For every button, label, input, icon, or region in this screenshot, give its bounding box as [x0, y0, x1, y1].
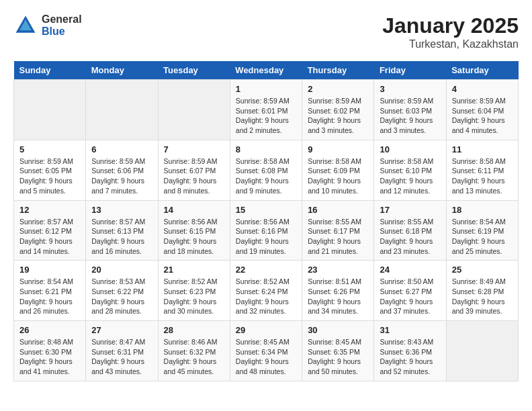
day-cell: 1Sunrise: 8:59 AMSunset: 6:01 PMDaylight…: [230, 80, 302, 140]
day-cell: 11Sunrise: 8:58 AMSunset: 6:11 PMDayligh…: [446, 140, 518, 200]
day-cell: 31Sunrise: 8:43 AMSunset: 6:36 PMDayligh…: [374, 321, 446, 381]
day-cell: 7Sunrise: 8:59 AMSunset: 6:07 PMDaylight…: [158, 140, 230, 200]
page-header: General Blue January 2025 Turkestan, Kaz…: [13, 13, 519, 50]
day-number: 29: [236, 325, 296, 335]
day-info: Sunrise: 8:45 AMSunset: 6:34 PMDaylight:…: [236, 337, 296, 377]
day-number: 6: [91, 144, 152, 154]
day-cell: 2Sunrise: 8:59 AMSunset: 6:02 PMDaylight…: [302, 80, 374, 140]
day-cell: 25Sunrise: 8:49 AMSunset: 6:28 PMDayligh…: [446, 261, 518, 321]
day-info: Sunrise: 8:59 AMSunset: 6:05 PMDaylight:…: [19, 156, 80, 196]
week-row-1: 5Sunrise: 8:59 AMSunset: 6:05 PMDaylight…: [14, 140, 519, 200]
day-cell: 22Sunrise: 8:52 AMSunset: 6:24 PMDayligh…: [230, 261, 302, 321]
day-info: Sunrise: 8:46 AMSunset: 6:32 PMDaylight:…: [164, 337, 224, 377]
page-title: January 2025: [382, 13, 519, 38]
day-info: Sunrise: 8:58 AMSunset: 6:09 PMDaylight:…: [308, 156, 368, 196]
day-number: 23: [308, 265, 368, 275]
day-info: Sunrise: 8:52 AMSunset: 6:24 PMDaylight:…: [236, 277, 296, 316]
day-cell: 19Sunrise: 8:54 AMSunset: 6:21 PMDayligh…: [14, 261, 86, 321]
logo: General Blue: [13, 13, 82, 38]
day-info: Sunrise: 8:57 AMSunset: 6:13 PMDaylight:…: [91, 217, 152, 257]
calendar-table: SundayMondayTuesdayWednesdayThursdayFrid…: [13, 61, 519, 381]
header-row: SundayMondayTuesdayWednesdayThursdayFrid…: [14, 61, 519, 80]
day-number: 5: [19, 144, 80, 154]
header-cell-saturday: Saturday: [446, 61, 518, 80]
header-cell-tuesday: Tuesday: [158, 61, 230, 80]
day-info: Sunrise: 8:58 AMSunset: 6:10 PMDaylight:…: [380, 156, 440, 196]
header-cell-thursday: Thursday: [302, 61, 374, 80]
day-number: 10: [380, 144, 440, 154]
day-info: Sunrise: 8:59 AMSunset: 6:06 PMDaylight:…: [91, 156, 152, 196]
day-info: Sunrise: 8:59 AMSunset: 6:04 PMDaylight:…: [452, 96, 513, 136]
week-row-4: 26Sunrise: 8:48 AMSunset: 6:30 PMDayligh…: [14, 321, 519, 381]
day-info: Sunrise: 8:54 AMSunset: 6:19 PMDaylight:…: [452, 217, 513, 257]
day-info: Sunrise: 8:48 AMSunset: 6:30 PMDaylight:…: [19, 337, 80, 377]
day-info: Sunrise: 8:58 AMSunset: 6:11 PMDaylight:…: [452, 156, 513, 196]
week-row-3: 19Sunrise: 8:54 AMSunset: 6:21 PMDayligh…: [14, 261, 519, 321]
day-info: Sunrise: 8:59 AMSunset: 6:03 PMDaylight:…: [380, 96, 440, 136]
day-number: 1: [236, 84, 296, 94]
week-row-0: 1Sunrise: 8:59 AMSunset: 6:01 PMDaylight…: [14, 80, 519, 140]
day-info: Sunrise: 8:59 AMSunset: 6:01 PMDaylight:…: [236, 96, 296, 136]
day-cell: 24Sunrise: 8:50 AMSunset: 6:27 PMDayligh…: [374, 261, 446, 321]
day-info: Sunrise: 8:45 AMSunset: 6:35 PMDaylight:…: [308, 337, 368, 377]
day-info: Sunrise: 8:58 AMSunset: 6:08 PMDaylight:…: [236, 156, 296, 196]
day-number: 21: [164, 265, 224, 275]
day-cell: 13Sunrise: 8:57 AMSunset: 6:13 PMDayligh…: [86, 200, 158, 261]
day-number: 14: [164, 205, 224, 215]
day-cell: 20Sunrise: 8:53 AMSunset: 6:22 PMDayligh…: [86, 261, 158, 321]
day-cell: 15Sunrise: 8:56 AMSunset: 6:16 PMDayligh…: [230, 200, 302, 261]
calendar-header: SundayMondayTuesdayWednesdayThursdayFrid…: [14, 61, 519, 80]
day-cell: [14, 80, 86, 140]
day-info: Sunrise: 8:59 AMSunset: 6:07 PMDaylight:…: [164, 156, 224, 196]
day-cell: 14Sunrise: 8:56 AMSunset: 6:15 PMDayligh…: [158, 200, 230, 261]
day-info: Sunrise: 8:59 AMSunset: 6:02 PMDaylight:…: [308, 96, 368, 136]
day-cell: [158, 80, 230, 140]
day-cell: 5Sunrise: 8:59 AMSunset: 6:05 PMDaylight…: [14, 140, 86, 200]
day-cell: 21Sunrise: 8:52 AMSunset: 6:23 PMDayligh…: [158, 261, 230, 321]
header-cell-monday: Monday: [86, 61, 158, 80]
day-number: 13: [91, 205, 152, 215]
day-info: Sunrise: 8:52 AMSunset: 6:23 PMDaylight:…: [164, 277, 224, 316]
day-cell: 16Sunrise: 8:55 AMSunset: 6:17 PMDayligh…: [302, 200, 374, 261]
day-number: 19: [19, 265, 80, 275]
logo-general: General: [42, 13, 82, 26]
day-number: 22: [236, 265, 296, 275]
day-number: 27: [91, 325, 152, 335]
logo-text: General Blue: [42, 13, 82, 37]
header-cell-wednesday: Wednesday: [230, 61, 302, 80]
day-number: 2: [308, 84, 368, 94]
day-number: 17: [380, 205, 440, 215]
day-info: Sunrise: 8:43 AMSunset: 6:36 PMDaylight:…: [380, 337, 440, 377]
day-cell: 4Sunrise: 8:59 AMSunset: 6:04 PMDaylight…: [446, 80, 518, 140]
day-cell: [86, 80, 158, 140]
logo-icon: [13, 13, 38, 38]
day-number: 15: [236, 205, 296, 215]
day-number: 8: [236, 144, 296, 154]
day-number: 20: [91, 265, 152, 275]
day-info: Sunrise: 8:50 AMSunset: 6:27 PMDaylight:…: [380, 277, 440, 316]
title-block: January 2025 Turkestan, Kazakhstan: [382, 13, 519, 50]
week-row-2: 12Sunrise: 8:57 AMSunset: 6:12 PMDayligh…: [14, 200, 519, 261]
day-info: Sunrise: 8:57 AMSunset: 6:12 PMDaylight:…: [19, 217, 80, 257]
day-info: Sunrise: 8:53 AMSunset: 6:22 PMDaylight:…: [91, 277, 152, 316]
day-number: 3: [380, 84, 440, 94]
header-cell-sunday: Sunday: [14, 61, 86, 80]
day-number: 26: [19, 325, 80, 335]
day-cell: 6Sunrise: 8:59 AMSunset: 6:06 PMDaylight…: [86, 140, 158, 200]
day-number: 4: [452, 84, 513, 94]
day-info: Sunrise: 8:55 AMSunset: 6:17 PMDaylight:…: [308, 217, 368, 257]
day-info: Sunrise: 8:56 AMSunset: 6:15 PMDaylight:…: [164, 217, 224, 257]
day-cell: 9Sunrise: 8:58 AMSunset: 6:09 PMDaylight…: [302, 140, 374, 200]
day-cell: 23Sunrise: 8:51 AMSunset: 6:26 PMDayligh…: [302, 261, 374, 321]
logo-blue: Blue: [42, 26, 82, 38]
day-number: 31: [380, 325, 440, 335]
day-number: 24: [380, 265, 440, 275]
day-cell: 28Sunrise: 8:46 AMSunset: 6:32 PMDayligh…: [158, 321, 230, 381]
calendar-body: 1Sunrise: 8:59 AMSunset: 6:01 PMDaylight…: [14, 80, 519, 381]
day-info: Sunrise: 8:55 AMSunset: 6:18 PMDaylight:…: [380, 217, 440, 257]
day-number: 25: [452, 265, 513, 275]
day-number: 11: [452, 144, 513, 154]
day-info: Sunrise: 8:47 AMSunset: 6:31 PMDaylight:…: [91, 337, 152, 377]
day-info: Sunrise: 8:54 AMSunset: 6:21 PMDaylight:…: [19, 277, 80, 316]
day-cell: 29Sunrise: 8:45 AMSunset: 6:34 PMDayligh…: [230, 321, 302, 381]
